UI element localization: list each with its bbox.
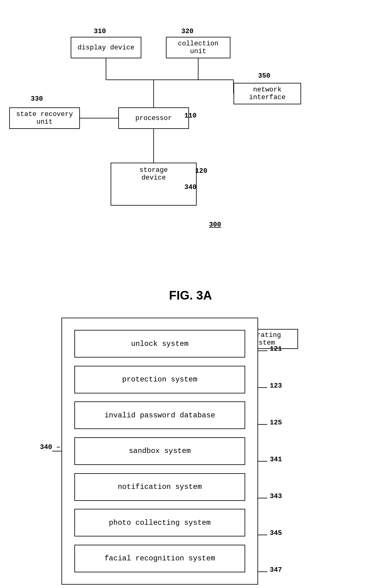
label-300: 300 <box>209 221 221 229</box>
collection-unit-label: collection unit <box>170 40 227 55</box>
item-invalid-password-database-label: invalid password database <box>104 411 215 420</box>
collection-unit-box: collection unit <box>166 37 230 58</box>
item-photo-collecting-system: photo collecting system <box>74 509 245 536</box>
fig3b-diagram: 340 — unlock system protection system in… <box>0 311 381 588</box>
processor-label: processor <box>136 114 172 122</box>
label-120: 120 <box>195 167 207 175</box>
state-recovery-label: state recovery unit <box>13 110 76 126</box>
ref-121: 121 <box>270 345 282 353</box>
label-330: 330 <box>31 95 43 103</box>
label-110: 110 <box>184 112 197 120</box>
label-350: 350 <box>258 72 270 80</box>
storage-device-box: storage device operating system <box>111 163 197 206</box>
display-device-box: display device <box>71 37 141 58</box>
network-interface-box: network interface <box>234 83 301 104</box>
display-device-label: display device <box>78 44 135 52</box>
ref-341: 341 <box>270 456 282 463</box>
fig3a-caption: FIG. 3A <box>0 288 381 302</box>
item-unlock-system: unlock system <box>74 330 245 358</box>
ref-347: 347 <box>270 566 282 574</box>
item-notification-system: notification system <box>74 473 245 501</box>
ref-125: 125 <box>270 419 282 427</box>
item-facial-recognition-system-label: facial recognition system <box>104 554 215 563</box>
item-protection-system: protection system <box>74 366 245 393</box>
item-invalid-password-database: invalid password database <box>74 401 245 429</box>
label-340b: 340 — <box>40 443 60 451</box>
processor-box: processor <box>118 107 189 129</box>
item-unlock-system-label: unlock system <box>131 340 188 348</box>
item-sandbox-system-label: sandbox system <box>129 447 191 455</box>
label-310: 310 <box>94 28 106 35</box>
item-protection-system-label: protection system <box>122 375 198 384</box>
network-interface-label: network interface <box>237 86 297 101</box>
storage-device-label: storage device <box>132 166 175 182</box>
item-facial-recognition-system: facial recognition system <box>74 545 245 572</box>
page: display device 310 collection unit 320 s… <box>0 0 381 588</box>
label-320: 320 <box>181 28 194 35</box>
ref-343: 343 <box>270 493 282 500</box>
item-photo-collecting-system-label: photo collecting system <box>109 519 210 527</box>
label-340a: 340 <box>184 184 197 191</box>
item-notification-system-label: notification system <box>118 483 202 491</box>
ref-123: 123 <box>270 382 282 390</box>
fig3a-diagram: display device 310 collection unit 320 s… <box>0 12 381 282</box>
item-sandbox-system: sandbox system <box>74 437 245 465</box>
state-recovery-box: state recovery unit <box>9 107 80 129</box>
ref-345: 345 <box>270 529 282 537</box>
outer-storage-box: unlock system protection system invalid … <box>61 318 258 585</box>
